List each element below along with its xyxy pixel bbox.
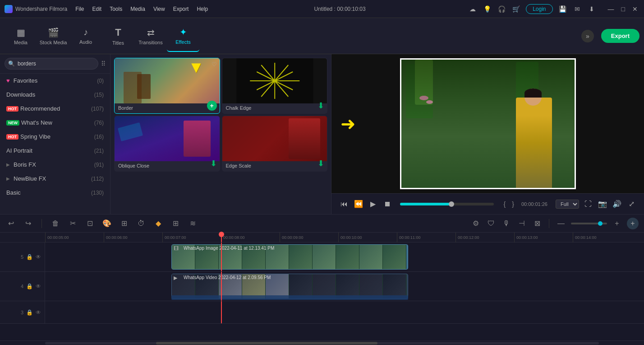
add-effect-button-border[interactable]: +	[207, 101, 217, 111]
close-button[interactable]: ✕	[630, 5, 639, 13]
mic-icon[interactable]: 🎙	[501, 218, 512, 229]
sidebar-item-basic[interactable]: Basic (130)	[0, 186, 110, 200]
effect-card-chalk-edge[interactable]: Chalk Edge ⬇	[222, 58, 328, 114]
audio-mixer-button[interactable]: ⊞	[170, 218, 181, 229]
zoom-in-button[interactable]: +	[612, 218, 622, 229]
zoom-slider[interactable]	[571, 223, 607, 224]
menu-tools[interactable]: Tools	[106, 4, 126, 14]
tool-stock-media[interactable]: 🎬 Stock Media	[37, 20, 69, 52]
split-button[interactable]: ⊣	[516, 218, 527, 229]
cart-icon[interactable]: 🛒	[511, 5, 520, 14]
download-effect-button-chalk[interactable]: ⬇	[317, 101, 324, 111]
track-eye-3[interactable]: 👁	[36, 309, 41, 316]
keyframe-button[interactable]: ◆	[153, 218, 164, 229]
skip-back-button[interactable]: ⏮	[339, 199, 350, 210]
track-header-4: 4 🔒 👁	[0, 272, 45, 301]
waveform-button[interactable]: ≋	[187, 218, 198, 229]
quality-select[interactable]: Full 1/2 1/4	[556, 200, 579, 209]
sidebar-item-spring-vibe[interactable]: HOT Spring Vibe (16)	[0, 130, 110, 144]
stock-media-icon: 🎬	[48, 27, 59, 38]
stop-button[interactable]: ⏹	[382, 199, 393, 210]
out-point-icon[interactable]: }	[512, 200, 514, 208]
settings-sun-icon[interactable]: ⚙	[470, 218, 481, 229]
sidebar-item-downloads[interactable]: Downloads (15)	[0, 88, 110, 102]
crop-button[interactable]: ⊡	[84, 218, 95, 229]
headset-icon[interactable]: 🎧	[497, 5, 506, 14]
cloud-icon[interactable]: ☁	[468, 5, 477, 14]
minimize-button[interactable]: —	[606, 5, 616, 13]
app-logo: Wondershare Filmora	[5, 5, 67, 13]
delete-button[interactable]: 🗑	[50, 218, 61, 229]
sidebar-item-ai-portrait[interactable]: AI Portrait (21)	[0, 144, 110, 158]
scrollbar-thumb[interactable]	[156, 342, 377, 345]
add-track-button[interactable]: +	[627, 218, 639, 229]
menu-view[interactable]: View	[150, 4, 169, 14]
ruler-mark: 00:00:11:00	[397, 233, 455, 242]
in-point-icon[interactable]: {	[504, 200, 506, 208]
timeline-scrollbar[interactable]	[0, 340, 644, 345]
progress-knob[interactable]	[449, 201, 454, 207]
tool-media[interactable]: ▦ Media	[5, 20, 37, 52]
snapshot-icon[interactable]: 📷	[597, 199, 608, 210]
preview-video-frame	[401, 60, 575, 188]
effect-card-border[interactable]: Border ♡ +	[114, 58, 220, 114]
overlay2-button[interactable]: ⊠	[532, 218, 543, 229]
sidebar-item-recommended[interactable]: HOT Recommended (107)	[0, 102, 110, 116]
sidebar-item-boris-fx[interactable]: ▶ Boris FX (91)	[0, 158, 110, 172]
save-icon[interactable]: 💾	[558, 5, 567, 14]
menu-export[interactable]: Export	[170, 4, 193, 14]
track-lock-3[interactable]: 🔒	[26, 309, 33, 316]
track-lock-4[interactable]: 🔒	[26, 283, 33, 289]
tool-titles[interactable]: T Titles	[102, 20, 134, 52]
step-back-button[interactable]: ⏪	[353, 199, 364, 210]
shield-icon[interactable]: 🛡	[486, 218, 497, 229]
download-effect-button-oblique[interactable]: ⬇	[210, 159, 217, 168]
mail-icon[interactable]: ✉	[573, 5, 582, 14]
download-effect-button-edge[interactable]: ⬇	[317, 159, 324, 168]
heart-overlay-icon[interactable]: ♡	[212, 61, 217, 68]
sidebar-item-favorites[interactable]: ♥ Favorites (0)	[0, 74, 110, 88]
track-eye-5[interactable]: 👁	[36, 254, 41, 260]
export-button[interactable]: Export	[601, 29, 639, 43]
effect-card-edge-scale[interactable]: Edge Scale ⬇	[222, 116, 328, 172]
timer-button[interactable]: ⏱	[136, 218, 147, 229]
track-row-4: 4 🔒 👁 ▶ WhatsApp Video 2022-04-12 at 2.0…	[0, 272, 644, 301]
effect-card-oblique-close[interactable]: Oblique Close ⬇	[114, 116, 220, 172]
fullscreen-icon[interactable]: ⛶	[583, 199, 593, 210]
zoom-out-button[interactable]: —	[556, 218, 566, 229]
track-eye-4[interactable]: 👁	[36, 283, 41, 289]
menu-media[interactable]: Media	[127, 4, 149, 14]
tool-transitions[interactable]: ⇄ Transitions	[134, 20, 167, 52]
scrollbar-track[interactable]	[45, 342, 599, 345]
cut-button[interactable]: ✂	[67, 218, 78, 229]
color-button[interactable]: 🎨	[101, 218, 112, 229]
sidebar-item-newblue-fx[interactable]: ▶ NewBlue FX (112)	[0, 172, 110, 186]
video-clip-5[interactable]: 🎞 WhatsApp Image 2022-04-11 at 12.13.41 …	[171, 244, 408, 270]
effect-card-label-edge: Edge Scale	[222, 161, 327, 171]
download-icon[interactable]: ⬇	[587, 5, 596, 14]
play-button[interactable]: ▶	[368, 199, 378, 210]
menu-edit[interactable]: Edit	[89, 4, 106, 14]
menu-file[interactable]: File	[72, 4, 87, 14]
overlay-button[interactable]: ⊞	[119, 218, 129, 229]
menu-help[interactable]: Help	[193, 4, 212, 14]
more-tools-button[interactable]: »	[581, 30, 594, 42]
playback-progress[interactable]	[400, 203, 494, 205]
redo-button[interactable]: ↪	[23, 218, 33, 229]
grid-view-icon[interactable]: ⠿	[101, 60, 106, 67]
sidebar-count: (91)	[94, 162, 104, 168]
preview-right-controls: Full 1/2 1/4 ⛶ 📷 🔊 ⤢	[556, 199, 637, 210]
search-input[interactable]	[5, 58, 98, 70]
sidebar-item-whats-new[interactable]: NEW What's New (76)	[0, 116, 110, 130]
login-button[interactable]: Login	[526, 4, 552, 14]
bulb-icon[interactable]: 💡	[483, 5, 492, 14]
tool-audio[interactable]: ♪ Audio	[69, 20, 102, 52]
volume-icon[interactable]: 🔊	[612, 199, 622, 210]
pip-icon[interactable]: ⤢	[626, 199, 637, 210]
tool-effects[interactable]: ✦ Effects	[167, 20, 199, 52]
maximize-button[interactable]: □	[620, 5, 627, 13]
zoom-knob[interactable]	[598, 221, 603, 226]
sidebar-label: Spring Vibe	[20, 133, 51, 140]
undo-button[interactable]: ↩	[5, 218, 16, 229]
track-lock-5[interactable]: 🔒	[26, 254, 33, 260]
